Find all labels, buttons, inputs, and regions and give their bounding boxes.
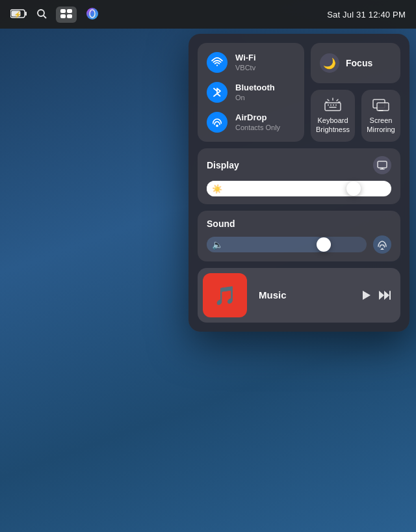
search-icon[interactable] [36, 8, 47, 21]
menu-bar-left: ⚡ [10, 7, 99, 23]
focus-label: Focus [346, 58, 372, 68]
skip-forward-button[interactable] [378, 290, 391, 300]
display-settings-button[interactable] [373, 156, 391, 174]
bluetooth-item[interactable]: Bluetooth On [207, 82, 295, 103]
svg-rect-26 [377, 103, 389, 111]
bluetooth-icon-circle [207, 82, 228, 103]
svg-point-12 [216, 64, 218, 66]
volume-icon: 🔈 [212, 239, 223, 250]
svg-line-5 [44, 16, 46, 18]
screen-mirroring-icon [372, 98, 389, 112]
menu-bar-time: Sat Jul 31 12:40 PM [327, 10, 406, 20]
bluetooth-subtitle: On [235, 93, 275, 102]
music-controls [360, 289, 400, 301]
volume-thumb[interactable] [317, 237, 331, 252]
airdrop-item[interactable]: AirDrop Contacts Only [207, 112, 295, 133]
svg-rect-28 [378, 161, 387, 168]
sound-slider-row: 🔈 [207, 235, 391, 254]
display-slider-row: ☀️ [207, 181, 391, 196]
siri-icon[interactable] [86, 7, 99, 22]
svg-line-21 [328, 100, 329, 101]
display-title: Display [207, 160, 239, 170]
airplay-icon [377, 239, 387, 250]
music-section: 🎵 Music [198, 268, 400, 323]
display-section: Display ☀️ [198, 148, 400, 204]
airdrop-subtitle: Contacts Only [235, 123, 280, 132]
svg-rect-8 [60, 14, 66, 18]
play-button[interactable] [360, 289, 372, 301]
airdrop-name: AirDrop [235, 113, 280, 123]
volume-fill [207, 237, 324, 252]
wifi-text: Wi-Fi VBCtv [235, 53, 256, 72]
music-artwork: 🎵 [203, 273, 247, 317]
keyboard-brightness-icon [324, 98, 342, 112]
keyboard-brightness-panel[interactable]: Keyboard Brightness [311, 90, 355, 142]
keyboard-brightness-svg [324, 98, 342, 112]
focus-panel[interactable]: 🌙 Focus [311, 43, 400, 83]
bluetooth-icon [211, 86, 223, 98]
monitor-icon [377, 161, 387, 170]
wifi-icon [211, 57, 223, 68]
screen-mirroring-label: Screen Mirroring [367, 116, 395, 135]
svg-marker-34 [384, 291, 389, 300]
wifi-subtitle: VBCtv [235, 63, 256, 72]
control-center-panel: Wi-Fi VBCtv Bluetooth On [188, 34, 410, 332]
sound-title: Sound [207, 219, 235, 229]
svg-point-4 [38, 10, 44, 16]
svg-marker-31 [380, 248, 384, 250]
bluetooth-text: Bluetooth On [235, 83, 275, 102]
play-icon [360, 289, 372, 301]
svg-rect-14 [325, 103, 341, 111]
brightness-thumb[interactable] [346, 181, 361, 196]
brightness-fill [207, 181, 354, 196]
wifi-item[interactable]: Wi-Fi VBCtv [207, 52, 295, 73]
focus-moon-icon: 🌙 [320, 53, 339, 73]
svg-point-13 [216, 125, 218, 127]
svg-text:⚡: ⚡ [14, 10, 22, 19]
svg-marker-32 [363, 291, 370, 300]
music-note-icon: 🎵 [214, 285, 237, 306]
top-section: Wi-Fi VBCtv Bluetooth On [198, 43, 400, 142]
skip-icon [378, 290, 391, 300]
svg-line-22 [337, 100, 338, 101]
wifi-icon-circle [207, 52, 228, 73]
bottom-right-panels: Keyboard Brightness Screen Mirroring [311, 90, 400, 142]
menu-bar: ⚡ [0, 0, 416, 29]
brightness-icon: ☀️ [212, 184, 222, 194]
brightness-slider[interactable]: ☀️ [207, 181, 391, 196]
music-info: Music [252, 289, 360, 301]
svg-rect-9 [67, 14, 72, 18]
airdrop-icon-circle [207, 112, 228, 133]
airdrop-icon [211, 116, 223, 128]
svg-rect-7 [67, 9, 72, 13]
music-app-name: Music [259, 289, 287, 300]
wifi-name: Wi-Fi [235, 53, 256, 63]
control-center-icon[interactable] [56, 7, 77, 23]
bluetooth-name: Bluetooth [235, 83, 275, 93]
sound-header: Sound [207, 219, 391, 229]
screen-mirroring-panel[interactable]: Screen Mirroring [361, 90, 400, 142]
network-panel: Wi-Fi VBCtv Bluetooth On [198, 43, 304, 142]
right-panels: 🌙 Focus [311, 43, 400, 142]
svg-marker-33 [379, 291, 384, 300]
screen-mirroring-svg [372, 98, 389, 112]
sound-section: Sound 🔈 [198, 211, 400, 261]
keyboard-brightness-label: Keyboard Brightness [316, 116, 350, 135]
svg-rect-1 [25, 12, 27, 16]
airdrop-text: AirDrop Contacts Only [235, 113, 280, 132]
svg-rect-6 [60, 9, 66, 13]
menu-bar-right: Sat Jul 31 12:40 PM [327, 10, 406, 20]
volume-slider[interactable]: 🔈 [207, 237, 367, 252]
battery-icon: ⚡ [10, 8, 27, 21]
display-header: Display [207, 156, 391, 174]
svg-rect-35 [389, 291, 391, 300]
airplay-button[interactable] [373, 235, 391, 254]
